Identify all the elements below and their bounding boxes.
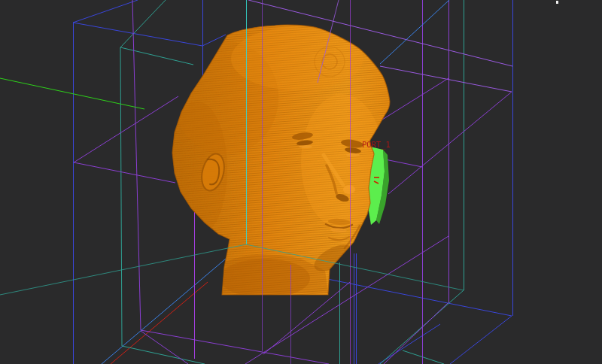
head-feature [346,153,360,156]
mouse-cursor [556,1,558,4]
head-feature [343,185,355,194]
scene-svg: PORT_1 [0,0,602,364]
viewport-3d[interactable]: PORT_1 [0,0,602,364]
port-label: PORT_1 [362,140,391,150]
head-feature [299,145,312,148]
